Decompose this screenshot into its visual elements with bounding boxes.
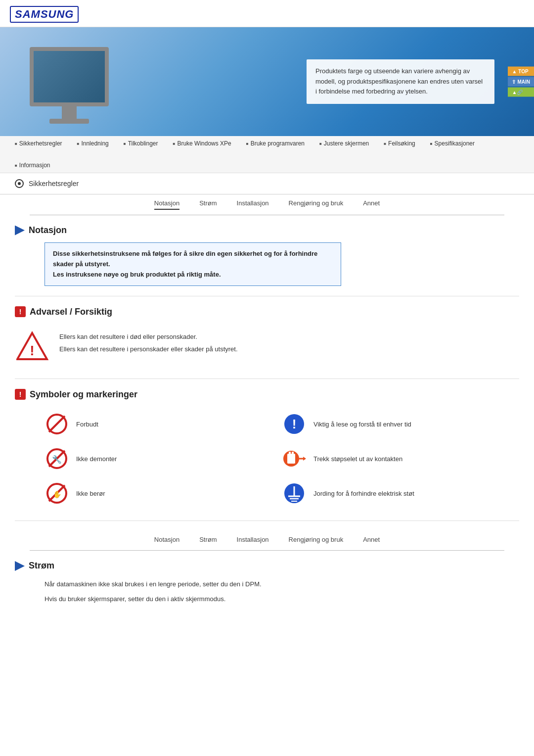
nav-item-bruke-windows[interactable]: Bruke Windows XPe	[173, 140, 231, 147]
forbudt-icon	[44, 412, 69, 436]
strom-blue-arrow-icon	[15, 561, 25, 571]
symbol-trekk-stopselet: Trekk støpselet ut av kontakten	[282, 441, 519, 476]
tab-notasjon[interactable]: Notasjon	[154, 199, 179, 210]
nav-item-spesifikasjoner[interactable]: Spesifikasjoner	[430, 140, 475, 147]
ikke-beror-label: Ikke berør	[76, 490, 105, 497]
side-nav: ▲ TOP ⇧ MAIN ▲🔗	[508, 67, 534, 97]
top-button[interactable]: ▲ TOP	[508, 67, 534, 76]
ikke-demonter-label: Ikke demonter	[76, 455, 117, 463]
nav-item-tilkoblinger[interactable]: Tilkoblinger	[124, 140, 158, 147]
symbol-ikke-beror: ✋ Ikke berør	[44, 476, 282, 511]
tab-bottom-installasjon[interactable]: Installasjon	[237, 536, 269, 545]
viktig-icon: !	[282, 412, 307, 436]
warning-triangle-icon: !	[15, 329, 49, 364]
hero-description-box: Produktets farge og utseende kan variere…	[307, 59, 494, 104]
top-arrow-icon: ▲	[512, 69, 517, 74]
top-navigation: Sikkerhetsregler Innledning Tilkoblinger…	[0, 136, 534, 173]
nav-item-sikkerhetsregler[interactable]: Sikkerhetsregler	[15, 140, 62, 147]
svg-text:!: !	[292, 417, 297, 431]
tab-bar-top: Notasjon Strøm Installasjon Rengjøring o…	[30, 194, 504, 215]
advarsel-icon: !	[15, 306, 26, 317]
symboler-icon: !	[15, 389, 26, 400]
nav-item-informasjon[interactable]: Informasjon	[15, 162, 50, 169]
main-content: Notasjon Strøm Installasjon Rengjøring o…	[0, 194, 534, 612]
notasjon-section: Notasjon Disse sikkerhetsinstruksene må …	[15, 215, 519, 296]
svg-rect-11	[289, 452, 291, 455]
hero-description-text: Produktets farge og utseende kan variere…	[315, 66, 486, 97]
tab-annet[interactable]: Annet	[363, 199, 380, 210]
strom-line2: Hvis du bruker skjermsparer, setter du d…	[44, 592, 519, 607]
jording-label: Jording for å forhindre elektrisk støt	[313, 490, 414, 497]
advarsel-title-bar: ! Advarsel / Forsiktig	[15, 306, 519, 317]
section-circle-icon	[15, 179, 24, 188]
advarsel-title: Advarsel / Forsiktig	[30, 307, 112, 317]
triangle-svg: !	[16, 331, 48, 363]
notasjon-title-bar: Notasjon	[15, 225, 519, 236]
svg-rect-10	[287, 454, 295, 464]
symbol-ikke-demonter: 🔧 Ikke demonter	[44, 441, 282, 476]
tab-bottom-notasjon[interactable]: Notasjon	[154, 536, 179, 545]
blue-arrow-icon	[15, 226, 25, 236]
forbudt-label: Forbudt	[76, 421, 98, 428]
tab-installasjon[interactable]: Installasjon	[237, 199, 269, 210]
notasjon-box-line1: Disse sikkerhetsinstruksene må følges fo…	[53, 249, 333, 270]
advarsel-texts: Ellers kan det resultere i død eller per…	[59, 329, 238, 353]
symbol-jording: Jording for å forhindre elektrisk støt	[282, 476, 519, 511]
main-icon: ⇧	[512, 79, 516, 85]
svg-marker-14	[303, 457, 306, 461]
svg-rect-12	[292, 452, 294, 455]
strom-title-bar: Strøm	[15, 561, 519, 571]
svg-text:!: !	[30, 343, 34, 358]
notasjon-box-line2: Les instruksene nøye og bruk produktet p…	[53, 270, 333, 280]
section-header: Sikkerhetsregler	[0, 173, 534, 194]
advarsel-content: ! Ellers kan det resultere i død eller p…	[15, 324, 519, 369]
symbols-grid: Forbudt ! Viktig å lese og forstå til en…	[44, 407, 519, 511]
section-header-title: Sikkerhetsregler	[29, 180, 79, 188]
tab-rengjoring[interactable]: Rengjøring og bruk	[289, 199, 344, 210]
symboler-title-bar: ! Symboler og markeringer	[15, 389, 519, 400]
trekk-label: Trekk støpselet ut av kontakten	[313, 455, 402, 463]
strom-title: Strøm	[29, 561, 54, 571]
tab-bottom-strom[interactable]: Strøm	[199, 536, 217, 545]
trekk-icon	[282, 446, 307, 471]
advarsel-line1: Ellers kan det resultere i død eller per…	[59, 333, 238, 340]
main-button[interactable]: ⇧ MAIN	[508, 77, 534, 87]
ikke-demonter-icon: 🔧	[44, 446, 69, 471]
strom-texts: Når datamaskinen ikke skal brukes i en l…	[15, 577, 519, 607]
symboler-section: ! Symboler og markeringer Forbudt	[15, 379, 519, 521]
main-label: MAIN	[517, 79, 530, 85]
nav-item-bruke-programvaren[interactable]: Bruke programvaren	[246, 140, 305, 147]
ikke-beror-icon: ✋	[44, 481, 69, 506]
advarsel-section: ! Advarsel / Forsiktig ! Ellers kan det …	[15, 296, 519, 379]
link-button[interactable]: ▲🔗	[508, 88, 534, 97]
header: SAMSUNG	[0, 0, 534, 27]
strom-section: Strøm Når datamaskinen ikke skal brukes …	[15, 551, 519, 612]
strom-line1: Når datamaskinen ikke skal brukes i en l…	[44, 577, 519, 592]
jording-icon	[282, 481, 307, 506]
symbol-viktig: ! Viktig å lese og forstå til enhver tid	[282, 407, 519, 441]
tab-bottom-annet[interactable]: Annet	[363, 536, 380, 545]
tab-bottom-rengjoring[interactable]: Rengjøring og bruk	[289, 536, 344, 545]
tab-strom[interactable]: Strøm	[199, 199, 217, 210]
circle-dot	[18, 182, 21, 185]
svg-text:✋: ✋	[53, 490, 62, 499]
nav-item-justere-skjermen[interactable]: Justere skjermen	[319, 140, 369, 147]
symboler-title: Symboler og markeringer	[30, 389, 137, 400]
nav-item-feilsoking[interactable]: Feilsøking	[384, 140, 415, 147]
notasjon-title: Notasjon	[29, 225, 67, 236]
viktig-label: Viktig å lese og forstå til enhver tid	[313, 421, 411, 428]
samsung-logo: SAMSUNG	[10, 6, 79, 23]
link-icon: ▲🔗	[512, 90, 523, 95]
top-label: TOP	[518, 69, 528, 74]
tab-bar-bottom: Notasjon Strøm Installasjon Rengjøring o…	[30, 531, 504, 551]
symbol-forbudt: Forbudt	[44, 407, 282, 441]
hero-monitor-image	[15, 47, 124, 136]
hero-banner: Produktets farge og utseende kan variere…	[0, 27, 534, 136]
svg-text:🔧: 🔧	[52, 455, 62, 464]
nav-item-innledning[interactable]: Innledning	[77, 140, 109, 147]
advarsel-line2: Ellers kan det resultere i personskader …	[59, 345, 238, 353]
notasjon-box: Disse sikkerhetsinstruksene må følges fo…	[44, 242, 341, 286]
svg-line-3	[49, 416, 65, 432]
